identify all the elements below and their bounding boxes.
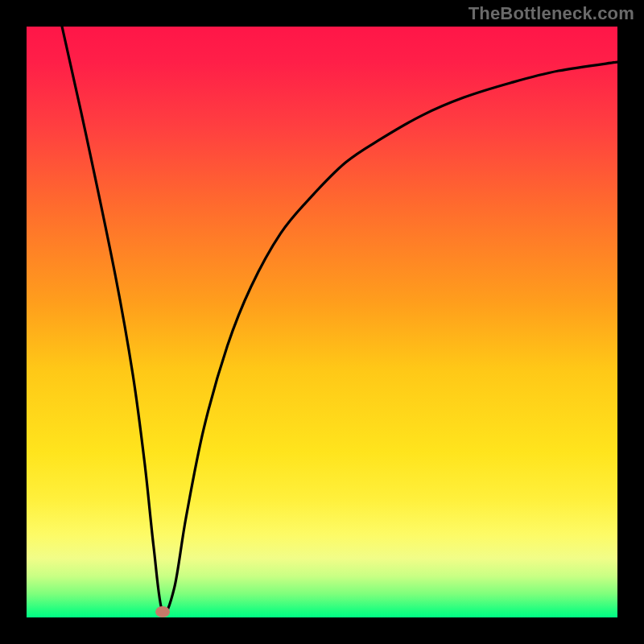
minimum-marker-icon bbox=[155, 606, 170, 617]
plot-area bbox=[27, 27, 617, 617]
watermark-text: TheBottleneck.com bbox=[469, 3, 634, 24]
bottleneck-curve bbox=[27, 27, 617, 617]
chart-frame: TheBottleneck.com bbox=[0, 0, 644, 644]
